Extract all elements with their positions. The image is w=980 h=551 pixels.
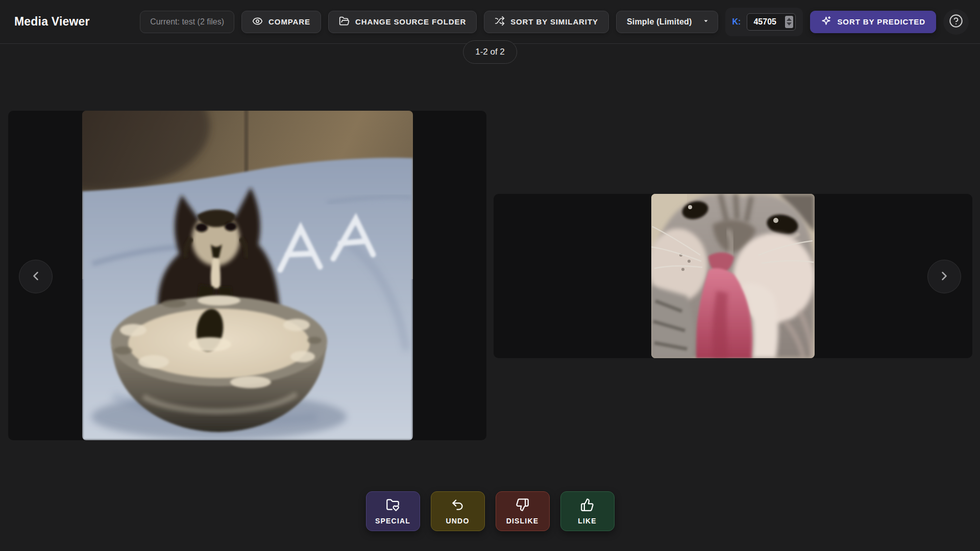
sort-by-similarity-label: SORT BY SIMILARITY [510,17,598,26]
sort-by-predicted-button[interactable]: SORT BY PREDICTED [810,11,936,33]
thumbs-up-icon [580,498,594,513]
undo-icon [451,498,464,513]
chevron-left-icon [29,269,43,285]
k-input[interactable] [747,14,780,30]
folder-open-icon [339,16,350,28]
chevron-right-icon [937,269,951,285]
pager-badge: 1-2 of 2 [463,40,517,64]
licking-cat-illustration [651,194,815,358]
undo-button[interactable]: UNDO [431,491,485,531]
change-source-folder-button[interactable]: CHANGE SOURCE FOLDER [328,11,477,33]
special-label: SPECIAL [375,517,410,525]
shuffle-icon [495,16,505,28]
folder-heart-icon [386,498,400,513]
media-panel-left [8,111,486,440]
dislike-button[interactable]: DISLIKE [496,491,550,531]
stepper-up-icon [787,18,792,21]
media-panel-right [494,194,972,358]
change-source-folder-label: CHANGE SOURCE FOLDER [355,17,466,26]
action-bar: SPECIAL UNDO DISLIKE LIKE [0,491,980,531]
eye-icon [252,16,263,28]
help-button[interactable] [943,9,969,35]
like-button[interactable]: LIKE [560,491,615,531]
toolbar: Media Viewer Current: test (2 files) COM… [0,0,980,44]
help-icon [949,14,963,30]
compare-label: COMPARE [268,17,310,26]
app-title: Media Viewer [14,15,90,29]
media-image-left[interactable] [82,111,413,440]
dislike-label: DISLIKE [506,517,539,525]
stepper-down-icon [787,22,792,26]
special-button[interactable]: SPECIAL [366,491,420,531]
undo-label: UNDO [446,517,469,525]
mode-select-value: Simple (Limited) [627,17,692,27]
thumbs-down-icon [516,498,529,513]
sort-by-similarity-button[interactable]: SORT BY SIMILARITY [484,11,609,33]
k-stepper[interactable] [785,16,793,28]
k-value-group: K: [725,8,803,36]
media-image-right[interactable] [651,194,815,358]
compare-button[interactable]: COMPARE [241,11,321,33]
k-input-wrap [747,13,796,31]
toolbar-actions: Current: test (2 files) COMPARE CHANGE S… [140,8,969,36]
mode-select[interactable]: Simple (Limited) [616,11,718,33]
sparkles-icon [821,16,831,28]
current-source-badge: Current: test (2 files) [140,11,234,33]
sort-by-predicted-label: SORT BY PREDICTED [837,17,925,26]
next-button[interactable] [927,260,961,293]
chevron-down-icon [702,17,709,27]
previous-button[interactable] [19,260,53,293]
k-label: K: [732,17,741,27]
kitten-illustration [82,111,413,440]
like-label: LIKE [578,517,597,525]
